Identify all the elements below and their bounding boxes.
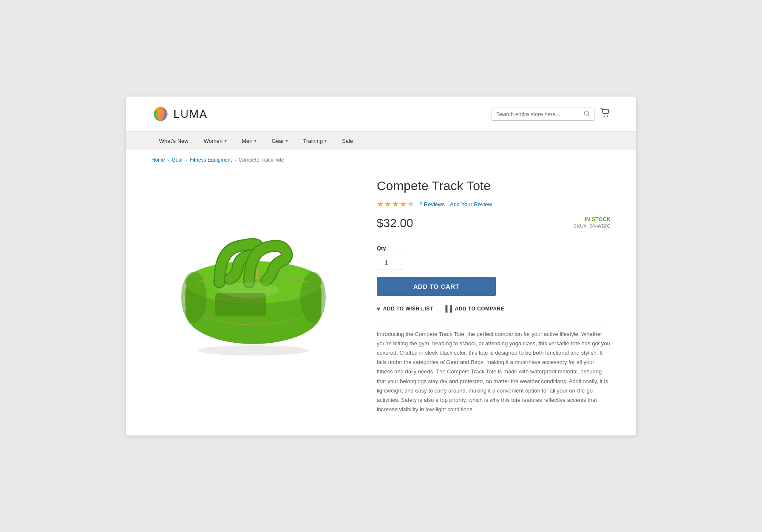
nav-item-training[interactable]: Training ▾ — [296, 132, 334, 150]
add-to-wishlist-button[interactable]: ♥ ADD TO WISH LIST — [377, 305, 433, 312]
star-1: ★ — [377, 199, 384, 209]
product-image — [158, 178, 349, 370]
qty-label: Qty — [377, 245, 611, 251]
star-rating: ★ ★ ★ ★ ★ — [377, 199, 414, 209]
rating-row: ★ ★ ★ ★ ★ 2 Reviews Add Your Review — [377, 199, 611, 209]
breadcrumb-current: Compete Track Tote — [239, 157, 284, 163]
product-info: Compete Track Tote ★ ★ ★ ★ ★ 2 Reviews A… — [377, 174, 611, 414]
price-row: $32.00 IN STOCK SKU#: 24-WB02 — [377, 216, 611, 237]
star-4: ★ — [400, 199, 407, 209]
chevron-down-icon: ▾ — [225, 139, 227, 143]
logo-text: LUMA — [173, 108, 208, 121]
star-3: ★ — [392, 199, 399, 209]
nav-item-women[interactable]: Women ▾ — [196, 132, 234, 150]
secondary-actions: ♥ ADD TO WISH LIST ▐▐ ADD TO COMPARE — [377, 305, 611, 321]
svg-point-3 — [604, 116, 605, 117]
star-2: ★ — [384, 199, 391, 209]
add-to-cart-button[interactable]: Add to Cart — [377, 277, 496, 296]
sku-value: 24-WB02 — [589, 223, 611, 229]
nav-item-sale[interactable]: Sale — [334, 132, 361, 150]
product-bag-image — [164, 185, 343, 363]
add-review-link[interactable]: Add Your Review — [450, 201, 492, 208]
breadcrumb-gear[interactable]: Gear — [172, 157, 183, 163]
add-to-compare-button[interactable]: ▐▐ ADD TO COMPARE — [444, 305, 504, 312]
search-box — [492, 108, 594, 121]
breadcrumb: Home › Gear › Fitness Equipment › Compet… — [126, 150, 636, 170]
svg-line-2 — [588, 115, 589, 116]
nav-bar: What's New Women ▾ Men ▾ Gear ▾ Training… — [126, 132, 636, 150]
product-description: Introducing the Compete Track Tote, the … — [377, 330, 611, 414]
breadcrumb-sep-1: › — [168, 157, 169, 162]
breadcrumb-sep-2: › — [185, 157, 187, 162]
search-icon — [584, 111, 590, 117]
nav-item-whats-new[interactable]: What's New — [151, 132, 196, 150]
page-wrapper: LUMA What' — [126, 97, 636, 435]
logo-area: LUMA — [151, 105, 208, 123]
svg-point-15 — [219, 282, 279, 298]
nav-item-men[interactable]: Men ▾ — [234, 132, 264, 150]
svg-point-4 — [607, 116, 608, 117]
stock-sku: IN STOCK SKU#: 24-WB02 — [573, 216, 611, 229]
breadcrumb-home[interactable]: Home — [151, 157, 165, 163]
heart-icon: ♥ — [377, 305, 381, 312]
svg-point-5 — [198, 345, 309, 356]
reviews-link[interactable]: 2 Reviews — [419, 201, 445, 208]
svg-point-9 — [181, 272, 207, 323]
compare-icon: ▐▐ — [444, 305, 452, 312]
product-image-area — [151, 174, 355, 414]
breadcrumb-sep-3: › — [234, 157, 236, 162]
chevron-down-icon: ▾ — [324, 139, 327, 143]
search-input[interactable] — [496, 111, 581, 117]
sku-label: SKU#: — [573, 223, 588, 229]
svg-point-10 — [300, 272, 326, 323]
luma-logo-icon — [151, 105, 169, 123]
cart-icon[interactable] — [600, 108, 611, 120]
breadcrumb-fitness-equipment[interactable]: Fitness Equipment — [190, 157, 232, 163]
chevron-down-icon: ▾ — [254, 139, 256, 143]
product-layout: Compete Track Tote ★ ★ ★ ★ ★ 2 Reviews A… — [126, 170, 636, 435]
header: LUMA — [126, 97, 636, 132]
chevron-down-icon: ▾ — [286, 139, 288, 143]
header-right — [492, 108, 611, 121]
search-button[interactable] — [584, 111, 590, 118]
product-price: $32.00 — [377, 216, 413, 230]
nav-item-gear[interactable]: Gear ▾ — [264, 132, 296, 150]
sku-display: SKU#: 24-WB02 — [573, 223, 611, 229]
qty-section: Qty — [377, 245, 611, 270]
product-title: Compete Track Tote — [377, 178, 611, 193]
star-5: ★ — [407, 199, 414, 209]
stock-status: IN STOCK — [573, 216, 611, 222]
qty-input[interactable] — [377, 254, 402, 270]
